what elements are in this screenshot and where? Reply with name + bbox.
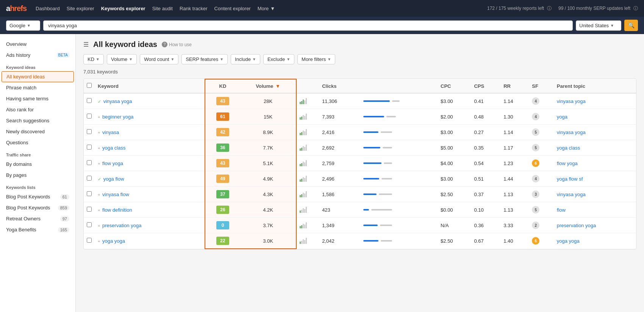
parent-topic-link[interactable]: flow (557, 207, 566, 213)
clicks-bar-cell (360, 171, 438, 187)
bar-segment (300, 164, 301, 166)
nav-dashboard[interactable]: Dashboard (36, 6, 60, 11)
filter-serp-features[interactable]: SERP features ▼ (181, 54, 228, 64)
bar-segment (300, 148, 301, 151)
parent-topic-link[interactable]: yoga class (557, 145, 580, 151)
country-select[interactable]: United States ▼ (576, 20, 621, 31)
parent-topic-link[interactable]: preservation yoga (557, 223, 596, 228)
cpc-col-header[interactable]: CPC (438, 79, 471, 93)
row-checkbox-cell[interactable] (84, 187, 95, 202)
row-checkbox-cell[interactable] (84, 93, 95, 109)
sidebar-item-by-pages[interactable]: By pages (0, 170, 75, 181)
row-checkbox[interactable] (87, 207, 92, 212)
sidebar-item-list-2[interactable]: Retreat Owners 97 (0, 213, 75, 224)
select-all-header[interactable] (84, 79, 95, 93)
row-checkbox-cell[interactable] (84, 218, 95, 233)
row-checkbox[interactable] (87, 145, 92, 150)
parent-topic-link[interactable]: vinyasa yoga (557, 98, 586, 104)
row-checkbox-cell[interactable] (84, 156, 95, 171)
row-checkbox[interactable] (87, 98, 92, 103)
row-checkbox[interactable] (87, 129, 92, 134)
how-to-use-link[interactable]: ? How to use (162, 42, 192, 47)
select-all-checkbox[interactable] (87, 83, 92, 88)
sidebar-item-having-same-terms[interactable]: Having same terms (0, 93, 75, 104)
sidebar-item-phrase-match[interactable]: Phrase match (0, 82, 75, 93)
sf-badge: 5 (532, 128, 539, 136)
keyword-col-header[interactable]: Keyword (95, 79, 205, 93)
clicks-cell: 2,416 (319, 125, 360, 140)
kd-col-header[interactable]: KD (205, 79, 240, 93)
filter-more[interactable]: More filters ▼ (297, 54, 335, 64)
sidebar-item-ads-history[interactable]: Ads history BETA (0, 50, 75, 61)
nav-site-audit[interactable]: Site audit (152, 6, 173, 11)
row-checkbox-cell[interactable] (84, 140, 95, 156)
rr-col-header[interactable]: RR (500, 79, 529, 93)
row-checkbox-cell[interactable] (84, 109, 95, 125)
search-button[interactable]: 🔍 (624, 20, 638, 31)
sidebar-item-list-0[interactable]: Blog Post Keywords 61 (0, 191, 75, 202)
sf-col-header[interactable]: SF (529, 79, 554, 93)
keyword-link[interactable]: vinyasa (102, 129, 119, 135)
row-checkbox-cell[interactable] (84, 233, 95, 249)
filter-kd[interactable]: KD ▼ (83, 54, 104, 64)
engine-select[interactable]: Google ▼ (6, 20, 40, 31)
filter-exclude[interactable]: Exclude ▼ (263, 54, 294, 64)
parent-topic-link[interactable]: yoga flow sf (557, 176, 583, 182)
clicks-col-header[interactable]: Clicks (319, 79, 360, 93)
chevron-down-icon: ▼ (610, 23, 614, 28)
sidebar-item-by-domains[interactable]: By domains (0, 159, 75, 170)
cps-cell: 0.10 (471, 202, 500, 218)
keyword-link[interactable]: preservation yoga (102, 223, 141, 228)
parent-topic-link[interactable]: vinyasa yoga (557, 192, 586, 197)
keyword-link[interactable]: yoga class (102, 145, 125, 151)
keyword-link[interactable]: flow definition (102, 207, 132, 213)
cps-col-header[interactable]: CPS (471, 79, 500, 93)
parent-topic-cell: preservation yoga (554, 218, 636, 233)
keyword-link[interactable]: beginner yoga (102, 114, 133, 120)
bar-segment (303, 224, 304, 228)
filter-include[interactable]: Include ▼ (231, 54, 260, 64)
parent-topic-link[interactable]: yoga (557, 114, 567, 120)
keyword-link[interactable]: yoga yoga (102, 238, 125, 244)
parent-topic-link[interactable]: flow yoga (557, 161, 578, 166)
parent-topic-col-header[interactable]: Parent topic (554, 79, 636, 93)
row-checkbox[interactable] (87, 222, 92, 227)
sidebar-item-also-rank-for[interactable]: Also rank for (0, 104, 75, 115)
sidebar-item-all-keyword-ideas[interactable]: All keyword ideas (2, 71, 74, 82)
bar-segment (306, 222, 307, 228)
sidebar-item-questions[interactable]: Questions (0, 137, 75, 148)
filter-volume[interactable]: Volume ▼ (107, 54, 137, 64)
row-checkbox[interactable] (87, 114, 92, 119)
sidebar-item-search-suggestions[interactable]: Search suggestions (0, 115, 75, 126)
nav-rank-tracker[interactable]: Rank tracker (180, 6, 208, 11)
row-checkbox-cell[interactable] (84, 125, 95, 140)
keyword-link[interactable]: vinyasa yoga (103, 98, 132, 104)
sidebar-item-newly-discovered[interactable]: Newly discovered (0, 126, 75, 137)
sidebar-item-list-3[interactable]: Yoga Benefits 165 (0, 224, 75, 235)
nav-more-button[interactable]: More ▼ (258, 6, 275, 11)
row-checkbox[interactable] (87, 160, 92, 165)
row-checkbox-cell[interactable] (84, 202, 95, 218)
row-checkbox[interactable] (87, 238, 92, 243)
row-checkbox[interactable] (87, 191, 92, 196)
sidebar-item-list-1[interactable]: Blog Post Keywords 859 (0, 202, 75, 213)
parent-topic-cell: vinyasa yoga (554, 187, 636, 202)
menu-icon[interactable]: ☰ (83, 41, 89, 48)
parent-topic-cell: flow (554, 202, 636, 218)
sidebar-item-overview[interactable]: Overview (0, 39, 75, 50)
keyword-link[interactable]: flow yoga (102, 161, 123, 166)
filter-word-count[interactable]: Word count ▼ (140, 54, 178, 64)
row-checkbox-cell[interactable] (84, 171, 95, 187)
nav-site-explorer[interactable]: Site explorer (67, 6, 94, 11)
row-checkbox[interactable] (87, 176, 92, 181)
nav-keywords-explorer[interactable]: Keywords explorer (101, 6, 145, 11)
search-input[interactable] (43, 20, 573, 31)
parent-topic-link[interactable]: yoga yoga (557, 238, 580, 244)
sf-cell: 5 (529, 140, 554, 156)
volume-col-header[interactable]: Volume ▼ (240, 79, 296, 93)
parent-topic-link[interactable]: vinyasa yoga (557, 129, 586, 135)
kd-badge: 43 (216, 97, 229, 105)
keyword-link[interactable]: vinyasa flow (102, 192, 129, 197)
keyword-link[interactable]: yoga flow (103, 176, 124, 182)
nav-content-explorer[interactable]: Content explorer (214, 6, 251, 11)
